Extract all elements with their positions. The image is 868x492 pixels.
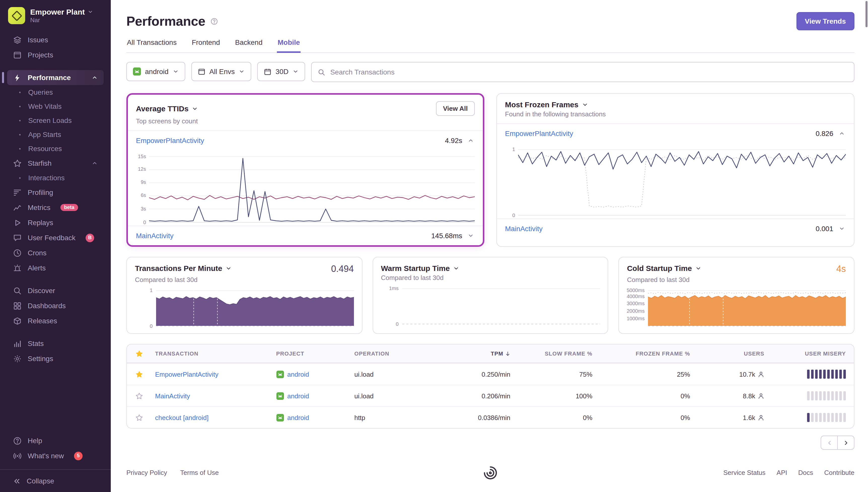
nav-gap — [7, 328, 104, 336]
replays-icon — [13, 218, 22, 227]
filter-bar: android All Envs 30D — [126, 62, 854, 82]
collapse-row-button[interactable] — [467, 137, 475, 145]
column-header-frozen-frame[interactable]: FROZEN FRAME % — [596, 350, 694, 356]
tpm-cell: 0.250/min — [440, 370, 514, 378]
transaction-link[interactable]: MainActivity — [155, 392, 190, 400]
sidebar-item-alerts[interactable]: Alerts — [7, 260, 104, 275]
tab-all-transactions[interactable]: All Transactions — [126, 38, 177, 53]
chevron-down-icon[interactable] — [695, 265, 701, 271]
star-toggle-button[interactable] — [134, 369, 144, 379]
search-transactions-input[interactable] — [329, 68, 848, 77]
column-header-operation[interactable]: OPERATION — [350, 350, 440, 356]
sidebar-item-resources[interactable]: Resources — [7, 142, 104, 155]
sidebar-item-interactions[interactable]: Interactions — [7, 171, 104, 185]
sidebar-item-starfish[interactable]: Starfish — [7, 155, 104, 171]
sidebar-item-label: Performance — [28, 74, 71, 81]
nav-spacer — [7, 366, 104, 433]
sidebar-item-metrics[interactable]: Metrics beta — [7, 200, 104, 215]
docs-link[interactable]: Docs — [798, 469, 813, 476]
column-header-user-misery[interactable]: USER MISERY — [768, 350, 854, 356]
sidebar-item-projects[interactable]: Projects — [7, 47, 104, 63]
sidebar-item-help[interactable]: Help — [7, 433, 104, 448]
environment-filter[interactable]: All Envs — [191, 62, 251, 81]
view-all-button[interactable]: View All — [436, 101, 475, 116]
sidebar-item-discover[interactable]: Discover — [7, 283, 104, 298]
panel-head: Most Frozen Frames Found in the followin… — [497, 94, 854, 123]
android-platform-icon — [276, 370, 284, 378]
sidebar-item-issues[interactable]: Issues — [7, 32, 104, 47]
collapse-row-button[interactable] — [838, 129, 846, 138]
project-link[interactable]: android — [287, 392, 309, 400]
column-header-users[interactable]: USERS — [694, 350, 768, 356]
scrollbar-thumb[interactable] — [866, 1, 868, 27]
sidebar-item-web-vitals[interactable]: Web Vitals — [7, 99, 104, 113]
org-switcher[interactable]: Empower Plant Nar — [0, 0, 111, 28]
sidebar-item-app-starts[interactable]: App Starts — [7, 127, 104, 142]
transaction-link[interactable]: EmpowerPlantActivity — [136, 137, 204, 145]
expand-row-button[interactable] — [838, 225, 846, 233]
average-ttids-panel: Average TTIDs View All Top screens by co… — [126, 93, 484, 247]
sidebar: Empower Plant Nar Issues Projects Perfor… — [0, 0, 111, 492]
chevron-down-icon[interactable] — [192, 105, 198, 112]
sidebar-item-settings[interactable]: Settings — [7, 351, 104, 366]
star-outline-icon — [135, 414, 143, 421]
project-link[interactable]: android — [287, 414, 309, 421]
sidebar-item-releases[interactable]: Releases — [7, 313, 104, 328]
projects-icon — [13, 51, 22, 59]
sidebar-item-whats-new[interactable]: What's new 5 — [7, 448, 104, 463]
ttids-top-row: EmpowerPlantActivity 4.92s — [128, 130, 483, 150]
chevron-down-icon[interactable] — [453, 265, 459, 271]
sidebar-item-profiling[interactable]: Profiling — [7, 185, 104, 200]
service-status-link[interactable]: Service Status — [723, 469, 766, 476]
contribute-link[interactable]: Contribute — [824, 469, 854, 476]
column-header-transaction[interactable]: TRANSACTION — [151, 350, 272, 356]
star-toggle-button[interactable] — [134, 391, 144, 401]
sidebar-item-screen-loads[interactable]: Screen Loads — [7, 113, 104, 127]
sentry-logo[interactable] — [483, 465, 498, 480]
project-filter[interactable]: android — [126, 62, 185, 81]
chevron-down-icon[interactable] — [582, 101, 588, 107]
transaction-link[interactable]: EmpowerPlantActivity — [155, 370, 218, 378]
star-toggle-button[interactable] — [134, 413, 144, 422]
sidebar-item-dashboards[interactable]: Dashboards — [7, 298, 104, 313]
tab-mobile[interactable]: Mobile — [277, 38, 301, 53]
transaction-link[interactable]: MainActivity — [505, 225, 542, 233]
column-header-slow-frame[interactable]: SLOW FRAME % — [514, 350, 596, 356]
transaction-link[interactable]: checkout [android] — [155, 414, 208, 421]
sidebar-item-stats[interactable]: Stats — [7, 336, 104, 351]
sidebar-item-queries[interactable]: Queries — [7, 85, 104, 99]
terms-of-use-link[interactable]: Terms of Use — [180, 469, 219, 476]
tab-frontend[interactable]: Frontend — [191, 38, 221, 53]
chevron-down-icon[interactable] — [226, 265, 232, 271]
api-link[interactable]: API — [776, 469, 787, 476]
chevron-down-icon — [239, 69, 245, 75]
user-misery-bar — [807, 391, 810, 400]
sidebar-item-user-feedback[interactable]: User Feedback B — [7, 230, 104, 245]
transaction-link[interactable]: MainActivity — [136, 232, 174, 240]
user-misery-bar — [839, 370, 842, 379]
help-circle-icon[interactable] — [210, 17, 218, 25]
tab-backend[interactable]: Backend — [235, 38, 263, 53]
view-trends-button[interactable]: View Trends — [796, 12, 854, 30]
sidebar-collapse-button[interactable]: Collapse — [0, 469, 111, 492]
project-link[interactable]: android — [287, 370, 309, 378]
panel-subtitle: Compared to last 30d — [135, 276, 354, 284]
expand-row-button[interactable] — [467, 232, 475, 240]
sidebar-item-replays[interactable]: Replays — [7, 215, 104, 230]
previous-page-button[interactable] — [821, 436, 838, 450]
privacy-policy-link[interactable]: Privacy Policy — [126, 469, 167, 476]
feedback-icon — [13, 233, 22, 242]
column-header-tpm[interactable]: TPM — [440, 350, 514, 356]
date-range-filter[interactable]: 30D — [258, 62, 305, 81]
sidebar-item-label: User Feedback — [28, 233, 76, 242]
sidebar-item-label: Interactions — [28, 174, 65, 182]
tpm-panel: Transactions Per Minute 0.494 Compared t… — [126, 257, 362, 334]
star-filled-icon[interactable] — [135, 350, 143, 357]
sidebar-item-crons[interactable]: Crons — [7, 245, 104, 260]
next-page-button[interactable] — [837, 436, 854, 450]
y-tick: 2000ms — [627, 309, 645, 314]
transaction-link[interactable]: EmpowerPlantActivity — [505, 129, 573, 138]
column-header-project[interactable]: PROJECT — [272, 350, 350, 356]
user-misery-bar — [835, 413, 838, 422]
sidebar-item-performance[interactable]: Performance — [7, 70, 104, 85]
